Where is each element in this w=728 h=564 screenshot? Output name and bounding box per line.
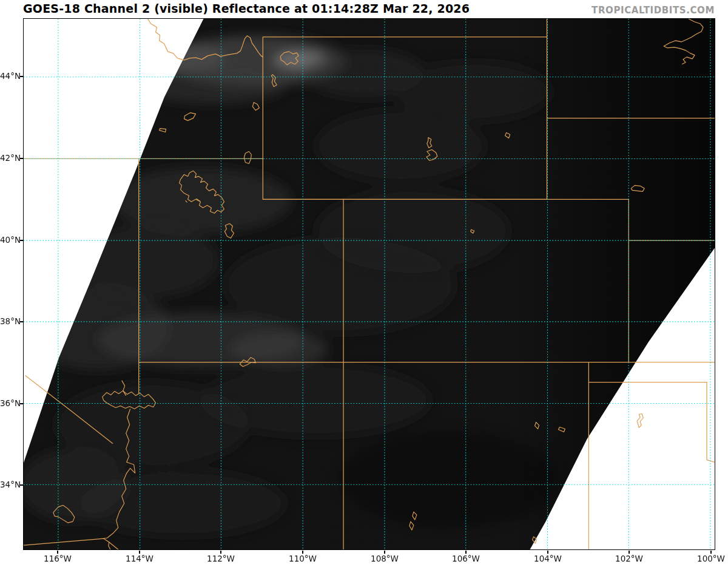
lon-tick-label: 106°W [447, 554, 485, 563]
lon-tick-mark [465, 551, 467, 554]
lon-tick-mark [547, 551, 548, 554]
satellite-map-svg [24, 19, 715, 549]
lon-tick-mark [302, 551, 303, 554]
page-title: GOES-18 Channel 2 (visible) Reflectance … [23, 2, 470, 15]
lon-tick-label: 108°W [365, 554, 404, 563]
lon-tick-mark [710, 551, 712, 554]
page-root: { "header": { "title": "GOES-18 Channel … [0, 0, 728, 564]
lon-tick-label: 100°W [692, 554, 728, 563]
lon-tick-mark [220, 551, 221, 554]
lat-tick-label: 36°N [0, 398, 21, 408]
lat-tick-label: 42°N [0, 153, 21, 163]
satellite-map-canvas [23, 18, 715, 550]
lon-tick-mark [139, 551, 140, 554]
lon-tick-mark [57, 551, 58, 554]
lon-tick-label: 114°W [120, 554, 159, 563]
lake-meredith [637, 414, 643, 428]
lon-tick-mark [384, 551, 385, 554]
lon-tick-label: 112°W [201, 554, 240, 563]
lon-tick-label: 104°W [528, 554, 567, 563]
lon-tick-label: 116°W [38, 554, 77, 563]
lon-tick-mark [629, 551, 630, 554]
lat-tick-label: 38°N [0, 316, 21, 326]
lon-tick-label: 102°W [610, 554, 649, 563]
lon-tick-label: 110°W [283, 554, 322, 563]
lat-tick-label: 34°N [0, 480, 21, 489]
satellite-imagery-layer [24, 19, 715, 549]
lat-tick-label: 40°N [0, 235, 21, 245]
lat-tick-label: 44°N [0, 71, 21, 81]
site-watermark: TROPICALTIDBITS.COM [592, 5, 715, 16]
